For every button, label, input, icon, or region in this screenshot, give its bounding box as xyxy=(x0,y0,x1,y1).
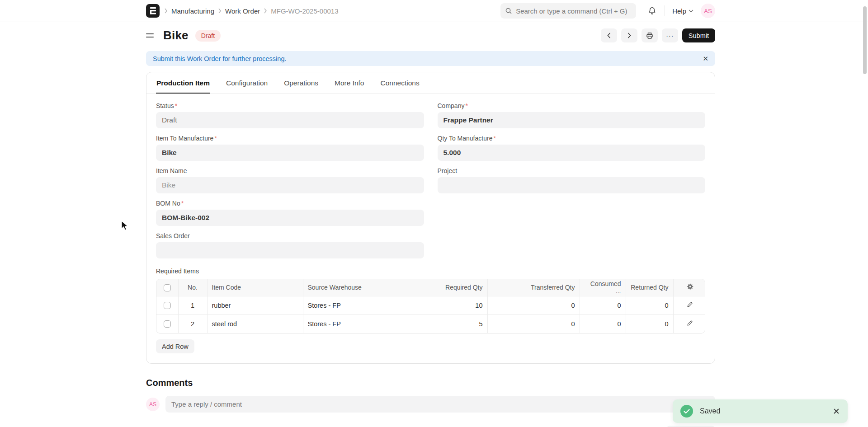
toast-close-icon[interactable]: ✕ xyxy=(833,406,840,417)
saved-toast: Saved ✕ xyxy=(673,399,848,423)
prev-document-button[interactable] xyxy=(601,28,617,42)
cell-no: 1 xyxy=(178,296,207,314)
page-header: Bike Draft ··· Submit xyxy=(146,28,715,42)
required-marker: * xyxy=(175,102,177,109)
help-menu[interactable]: Help xyxy=(672,7,693,15)
cell-source-warehouse[interactable]: Stores - FP xyxy=(303,314,398,333)
comments-heading: Comments xyxy=(146,378,715,388)
col-header-returned-qty: Returned Qty xyxy=(626,279,673,296)
required-items-section: Required Items No. Item Code Source Ware… xyxy=(146,265,715,363)
col-header-item-code: Item Code xyxy=(207,279,303,296)
search-icon xyxy=(505,7,512,14)
field-label-project: Project xyxy=(438,167,706,174)
banner-close-icon[interactable]: ✕ xyxy=(703,55,708,63)
breadcrumb-work-order[interactable]: Work Order xyxy=(225,7,260,15)
required-marker: * xyxy=(493,135,495,142)
tab-more-info[interactable]: More Info xyxy=(334,72,364,93)
field-item-to-manufacture: Item To Manufacture* Bike xyxy=(156,135,424,161)
check-circle-icon xyxy=(680,405,693,418)
form-tabs: Production Item Configuration Operations… xyxy=(146,72,715,94)
required-marker: * xyxy=(465,102,467,109)
cell-returned-qty[interactable]: 0 xyxy=(626,296,673,314)
printer-icon xyxy=(646,32,653,39)
menu-ellipsis-button[interactable]: ··· xyxy=(662,28,678,42)
next-document-button[interactable] xyxy=(621,28,637,42)
required-marker: * xyxy=(181,200,184,207)
col-header-consumed-qty: Consumed ... xyxy=(580,279,626,296)
select-all-checkbox[interactable] xyxy=(164,284,171,291)
tab-operations[interactable]: Operations xyxy=(283,72,319,93)
table-row: 1 rubber Stores - FP 10 0 0 0 xyxy=(156,296,705,314)
col-header-transferred-qty: Transferred Qty xyxy=(487,279,580,296)
cell-consumed-qty[interactable]: 0 xyxy=(580,314,626,333)
cell-no: 2 xyxy=(178,314,207,333)
field-label-item-to-manufacture: Item To Manufacture* xyxy=(156,135,424,142)
company-input[interactable]: Frappe Partner xyxy=(438,112,706,128)
project-input[interactable] xyxy=(438,177,706,193)
comment-input[interactable] xyxy=(165,396,715,413)
cell-transferred-qty[interactable]: 0 xyxy=(487,314,580,333)
item-to-manufacture-input[interactable]: Bike xyxy=(156,145,424,161)
cell-item-code[interactable]: steel rod xyxy=(207,314,303,333)
scrollbar-thumb[interactable] xyxy=(863,6,867,74)
bom-no-input[interactable]: BOM-Bike-002 xyxy=(156,210,424,226)
sales-order-input[interactable] xyxy=(156,242,424,258)
edit-row-pencil-icon[interactable] xyxy=(687,320,693,326)
form-card: Production Item Configuration Operations… xyxy=(146,72,715,364)
field-label-sales-order: Sales Order xyxy=(156,232,424,239)
cell-required-qty[interactable]: 5 xyxy=(398,314,487,333)
col-header-source-warehouse: Source Warehouse xyxy=(303,279,398,296)
print-button[interactable] xyxy=(642,28,658,42)
navbar-divider xyxy=(665,5,665,16)
edit-row-pencil-icon[interactable] xyxy=(687,301,693,308)
status-input[interactable]: Draft xyxy=(156,112,424,128)
cell-consumed-qty[interactable]: 0 xyxy=(580,296,626,314)
tab-connections[interactable]: Connections xyxy=(380,72,420,93)
status-badge: Draft xyxy=(195,30,221,42)
cell-item-code[interactable]: rubber xyxy=(207,296,303,314)
tab-configuration[interactable]: Configuration xyxy=(226,72,268,93)
field-label-qty-to-manufacture: Qty To Manufacture* xyxy=(438,135,706,142)
tab-production-item[interactable]: Production Item xyxy=(156,72,210,93)
table-row: 2 steel rod Stores - FP 5 0 0 0 xyxy=(156,314,705,333)
field-label-item-name: Item Name xyxy=(156,167,424,174)
field-label-company: Company* xyxy=(438,102,706,109)
notifications-bell-icon[interactable] xyxy=(648,6,656,15)
chevron-left-icon xyxy=(607,33,611,38)
search-input[interactable] xyxy=(516,7,632,15)
field-company: Company* Frappe Partner xyxy=(438,102,706,128)
global-search[interactable] xyxy=(500,3,636,19)
item-name-input[interactable]: Bike xyxy=(156,177,424,193)
chevron-down-icon xyxy=(689,9,693,13)
cell-returned-qty[interactable]: 0 xyxy=(626,314,673,333)
field-bom-no: BOM No* BOM-Bike-002 xyxy=(156,200,424,226)
comment-avatar: AS xyxy=(146,398,160,411)
submit-button[interactable]: Submit xyxy=(682,28,715,42)
field-sales-order: Sales Order xyxy=(156,232,424,258)
chevron-right-icon xyxy=(264,8,267,14)
comment-composer: AS xyxy=(146,396,715,413)
required-marker: * xyxy=(214,135,217,142)
breadcrumb-manufacturing[interactable]: Manufacturing xyxy=(171,7,214,15)
field-label-bom-no: BOM No* xyxy=(156,200,424,207)
cell-transferred-qty[interactable]: 0 xyxy=(487,296,580,314)
field-item-name: Item Name Bike xyxy=(156,167,424,193)
breadcrumb-current-doc: MFG-WO-2025-00013 xyxy=(271,7,338,15)
breadcrumb: Manufacturing Work Order MFG-WO-2025-000… xyxy=(164,7,339,15)
add-row-button[interactable]: Add Row xyxy=(156,339,194,353)
app-logo-icon[interactable] xyxy=(146,4,160,18)
cell-source-warehouse[interactable]: Stores - FP xyxy=(303,296,398,314)
qty-to-manufacture-input[interactable]: 5.000 xyxy=(438,145,706,161)
mouse-cursor xyxy=(121,221,129,233)
col-header-required-qty: Required Qty xyxy=(398,279,487,296)
chevron-right-icon xyxy=(218,8,222,14)
sidebar-toggle-icon[interactable] xyxy=(146,32,156,40)
row-checkbox[interactable] xyxy=(164,320,171,328)
navbar: Manufacturing Work Order MFG-WO-2025-000… xyxy=(0,0,868,22)
field-qty-to-manufacture: Qty To Manufacture* 5.000 xyxy=(438,135,706,161)
user-avatar[interactable]: AS xyxy=(701,4,715,18)
row-checkbox[interactable] xyxy=(164,302,171,309)
page-title: Bike xyxy=(163,28,189,42)
cell-required-qty[interactable]: 10 xyxy=(398,296,487,314)
grid-settings-gear-icon[interactable] xyxy=(687,283,693,290)
